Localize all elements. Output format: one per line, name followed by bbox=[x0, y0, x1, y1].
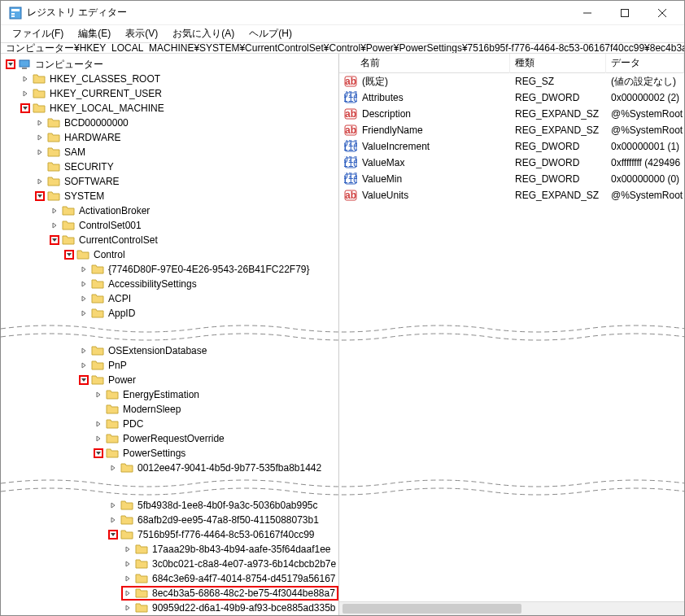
expander-icon[interactable] bbox=[123, 559, 133, 569]
tree-item[interactable]: HKEY_CLASSES_ROOT bbox=[1, 72, 338, 86]
scrollbar-horizontal[interactable] bbox=[339, 601, 684, 615]
expander-icon[interactable] bbox=[35, 118, 45, 128]
tree-item[interactable]: コンピューター bbox=[1, 57, 338, 72]
expander-icon[interactable] bbox=[79, 308, 89, 318]
tree-label: 0012ee47-9041-4b5d-9b77-535fba8b1442 bbox=[136, 462, 323, 474]
tree-item[interactable]: 5fb4938d-1ee8-4b0f-9a3c-5036b0ab995c bbox=[1, 498, 338, 513]
minimize-button[interactable] bbox=[569, 1, 606, 25]
expander-icon[interactable] bbox=[50, 206, 59, 216]
expander-icon[interactable] bbox=[123, 574, 133, 583]
expander-icon[interactable] bbox=[6, 59, 15, 69]
tree-item[interactable]: 684c3e69-a4f7-4014-8754-d45179a56167 bbox=[1, 571, 338, 586]
tree-item[interactable]: ActivationBroker bbox=[1, 203, 338, 218]
expander-icon[interactable] bbox=[79, 360, 89, 370]
tree-item[interactable]: AppID bbox=[1, 306, 338, 321]
expander-icon[interactable] bbox=[20, 103, 30, 113]
tree-item[interactable]: SAM bbox=[1, 145, 338, 159]
tree-item[interactable]: ModernSleep bbox=[1, 402, 338, 417]
expander-icon[interactable] bbox=[108, 515, 118, 525]
string-icon: ab bbox=[344, 189, 357, 202]
menubar: ファイル(F) 編集(E) 表示(V) お気に入り(A) ヘルプ(H) bbox=[1, 25, 684, 42]
tree-item[interactable]: OSExtensionDatabase bbox=[1, 343, 338, 358]
expander-icon[interactable] bbox=[20, 74, 30, 84]
expander-icon[interactable] bbox=[50, 235, 59, 245]
value-row[interactable]: abDescriptionREG_EXPAND_SZ@%SystemRoot bbox=[339, 106, 684, 122]
expander-icon[interactable] bbox=[123, 544, 133, 554]
tree-item[interactable]: 7516b95f-f776-4464-8c53-06167f40cc99 bbox=[1, 527, 338, 542]
tree-item[interactable]: PDC bbox=[1, 417, 338, 431]
menu-file[interactable]: ファイル(F) bbox=[6, 25, 70, 42]
tree-item[interactable]: PowerSettings bbox=[1, 446, 338, 461]
expander-icon[interactable] bbox=[94, 404, 103, 414]
expander-icon[interactable] bbox=[35, 191, 45, 201]
col-data[interactable]: データ bbox=[606, 54, 684, 73]
expander-icon[interactable] bbox=[35, 147, 45, 157]
tree-item[interactable]: SYSTEM bbox=[1, 189, 338, 203]
tree-item[interactable]: ControlSet001 bbox=[1, 218, 338, 233]
expander-icon[interactable] bbox=[123, 588, 133, 598]
expander-icon[interactable] bbox=[79, 279, 89, 289]
expander-icon[interactable] bbox=[94, 390, 103, 400]
value-row[interactable]: abValueUnitsREG_EXPAND_SZ@%SystemRoot bbox=[339, 187, 684, 203]
tree-item[interactable]: 90959d22-d6a1-49b9-af93-bce885ad335b bbox=[1, 601, 338, 615]
expander-icon[interactable] bbox=[79, 264, 89, 274]
tree-item[interactable]: Power bbox=[1, 373, 338, 387]
close-button[interactable] bbox=[644, 1, 681, 25]
tree-item[interactable]: AccessibilitySettings bbox=[1, 277, 338, 291]
tree-label: 68afb2d9-ee95-47a8-8f50-4115088073b1 bbox=[136, 514, 321, 526]
expander-icon[interactable] bbox=[64, 250, 74, 260]
expander-icon[interactable] bbox=[79, 294, 89, 304]
value-row[interactable]: 011110ValueMinREG_DWORD0x00000000 (0) bbox=[339, 171, 684, 187]
value-type: REG_EXPAND_SZ bbox=[510, 108, 606, 120]
expander-icon[interactable] bbox=[79, 375, 89, 385]
expander-icon[interactable] bbox=[108, 500, 118, 510]
expander-icon[interactable] bbox=[35, 177, 45, 186]
menu-help[interactable]: ヘルプ(H) bbox=[242, 25, 299, 42]
tree-item[interactable]: PowerRequestOverride bbox=[1, 431, 338, 446]
tree-item[interactable]: HKEY_LOCAL_MACHINE bbox=[1, 101, 338, 116]
expander-icon[interactable] bbox=[20, 89, 30, 98]
expander-icon[interactable] bbox=[79, 346, 89, 356]
menu-favorites[interactable]: お気に入り(A) bbox=[166, 25, 241, 42]
tree-item[interactable]: BCD00000000 bbox=[1, 116, 338, 130]
tree-item[interactable]: 0012ee47-9041-4b5d-9b77-535fba8b1442 bbox=[1, 461, 338, 475]
col-name[interactable]: 名前 bbox=[339, 54, 510, 73]
col-type[interactable]: 種類 bbox=[510, 54, 606, 73]
expander-icon[interactable] bbox=[108, 463, 118, 473]
menu-edit[interactable]: 編集(E) bbox=[72, 25, 117, 42]
expander-icon[interactable] bbox=[123, 603, 133, 613]
tree-pane[interactable]: コンピューターHKEY_CLASSES_ROOTHKEY_CURRENT_USE… bbox=[1, 54, 339, 615]
tree-item[interactable]: EnergyEstimation bbox=[1, 387, 338, 402]
expander-icon[interactable] bbox=[35, 162, 45, 172]
expander-icon[interactable] bbox=[94, 448, 103, 458]
tree-item[interactable]: {7746D80F-97E0-4E26-9543-26B41FC22F79} bbox=[1, 262, 338, 277]
scrollbar-thumb[interactable] bbox=[342, 604, 521, 614]
tree-item[interactable]: 3c0bc021-c8a8-4e07-a973-6b14cbcb2b7e bbox=[1, 557, 338, 571]
value-row[interactable]: abFriendlyNameREG_EXPAND_SZ@%SystemRoot bbox=[339, 122, 684, 138]
highlighted-tree-item[interactable]: 8ec4b3a5-6868-48c2-be75-4f3044be88a7 bbox=[121, 586, 338, 601]
expander-icon[interactable] bbox=[35, 133, 45, 142]
tree-item[interactable]: SOFTWARE bbox=[1, 174, 338, 189]
tree-item[interactable]: ACPI bbox=[1, 291, 338, 306]
expander-icon[interactable] bbox=[94, 419, 103, 429]
tree-item[interactable]: SECURITY bbox=[1, 159, 338, 174]
value-data: 0x00000000 (0) bbox=[606, 173, 684, 185]
expander-icon[interactable] bbox=[94, 434, 103, 443]
address-bar[interactable]: コンピューター¥HKEY_LOCAL_MACHINE¥SYSTEM¥Curren… bbox=[1, 42, 684, 54]
tree-item[interactable]: HARDWARE bbox=[1, 130, 338, 145]
tree-item[interactable]: HKEY_CURRENT_USER bbox=[1, 86, 338, 101]
tree-item[interactable]: CurrentControlSet bbox=[1, 233, 338, 247]
value-row[interactable]: ab(既定)REG_SZ(値の設定なし) bbox=[339, 73, 684, 90]
value-row[interactable]: 011110ValueIncrementREG_DWORD0x00000001 … bbox=[339, 138, 684, 155]
value-row[interactable]: 011110ValueMaxREG_DWORD0xffffffff (42949… bbox=[339, 155, 684, 171]
tree-item[interactable]: PnP bbox=[1, 358, 338, 373]
menu-view[interactable]: 表示(V) bbox=[119, 25, 164, 42]
tree-item[interactable]: 17aaa29b-8b43-4b94-aafe-35f64daaf1ee bbox=[1, 542, 338, 557]
value-row[interactable]: 011110AttributesREG_DWORD0x00000002 (2) bbox=[339, 90, 684, 106]
expander-icon[interactable] bbox=[50, 221, 59, 230]
maximize-button[interactable] bbox=[606, 1, 644, 25]
expander-icon[interactable] bbox=[108, 530, 118, 540]
tree-item[interactable]: Control bbox=[1, 247, 338, 262]
svg-rect-5 bbox=[622, 9, 629, 16]
tree-item[interactable]: 68afb2d9-ee95-47a8-8f50-4115088073b1 bbox=[1, 513, 338, 527]
